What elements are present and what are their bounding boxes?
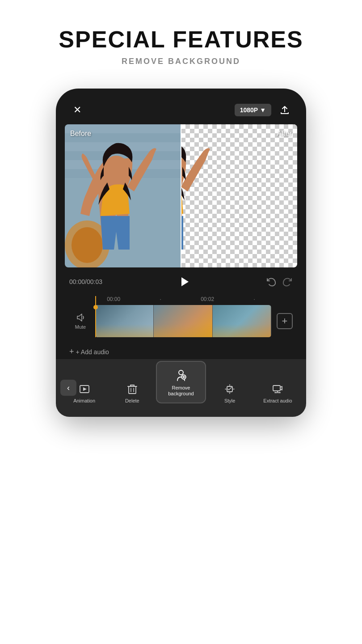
remove-bg-label: Removebackground <box>168 385 194 397</box>
close-button[interactable]: ✕ <box>69 102 85 118</box>
playback-controls: 00:00/00:03 <box>65 267 297 296</box>
playhead <box>95 296 96 337</box>
timeline-area: 00:00 · 00:02 · Mute + <box>65 296 297 342</box>
page-subtitle: REMOVE BACKGROUND <box>9 57 353 66</box>
svg-point-9 <box>104 156 129 182</box>
delete-icon <box>126 383 139 395</box>
toolbar-item-remove-bg[interactable]: Removebackground <box>156 361 206 403</box>
resolution-label: 1080P <box>240 106 258 114</box>
after-label: After <box>277 130 292 138</box>
svg-point-15 <box>183 376 185 378</box>
after-half <box>181 124 297 267</box>
add-clip-button[interactable]: + <box>277 313 293 329</box>
mute-button[interactable]: Mute <box>69 313 92 330</box>
after-scene <box>181 124 297 267</box>
add-audio-label: + Add audio <box>76 348 109 356</box>
play-icon <box>181 277 189 286</box>
ruler-dot-2: · <box>254 296 255 302</box>
back-icon: ‹ <box>67 383 70 393</box>
extract-audio-icon <box>271 383 284 395</box>
time-display: 00:00/00:03 <box>69 278 102 285</box>
redo-icon <box>282 276 293 287</box>
ruler-dot-1: · <box>160 296 161 302</box>
top-bar: ✕ 1080P ▼ <box>65 102 297 124</box>
mute-icon <box>76 313 85 322</box>
phone-frame: ✕ 1080P ▼ <box>56 89 306 416</box>
before-scene <box>65 124 181 267</box>
top-bar-right: 1080P ▼ <box>235 102 293 118</box>
bottom-toolbar: ‹ Animation Delete <box>56 359 306 416</box>
strip-thumb-3 <box>213 305 271 337</box>
remove-bg-icon <box>174 368 188 382</box>
style-label: Style <box>224 398 235 404</box>
strip-thumb-1 <box>95 305 154 337</box>
toolbar-item-delete[interactable]: Delete <box>108 379 156 407</box>
style-icon <box>223 383 236 395</box>
page-title: SPECIAL FEATURES <box>9 27 353 52</box>
ruler-marker-2: 00:02 <box>201 296 214 302</box>
page-header: SPECIAL FEATURES REMOVE BACKGROUND <box>0 0 362 80</box>
svg-point-8 <box>72 227 103 263</box>
mute-label: Mute <box>75 324 86 330</box>
add-audio-icon: + <box>69 347 74 356</box>
add-audio-row[interactable]: + + Add audio <box>65 342 297 359</box>
play-button[interactable] <box>175 273 193 291</box>
undo-button[interactable] <box>266 276 277 287</box>
animation-label: Animation <box>73 398 95 404</box>
ruler-marker-1: 00:00 <box>107 296 120 302</box>
svg-point-13 <box>179 370 183 375</box>
upload-button[interactable] <box>277 102 293 118</box>
animation-icon <box>78 383 91 395</box>
redo-button[interactable] <box>282 276 293 287</box>
resolution-button[interactable]: 1080P ▼ <box>235 104 271 116</box>
before-label: Before <box>70 130 91 138</box>
timeline-track: Mute + <box>69 305 293 337</box>
undo-icon <box>266 276 277 287</box>
extract-audio-label: Extract audio <box>263 398 292 404</box>
delete-label: Delete <box>125 398 139 404</box>
close-icon: ✕ <box>73 104 81 116</box>
back-button[interactable]: ‹ <box>60 380 76 396</box>
undo-redo-controls <box>266 276 293 287</box>
video-preview: Before After <box>65 124 297 267</box>
dropdown-arrow: ▼ <box>260 106 266 114</box>
toolbar-item-extract-audio[interactable]: Extract audio <box>254 379 302 407</box>
strip-thumb-2 <box>154 305 212 337</box>
svg-rect-12 <box>129 386 136 394</box>
upload-icon <box>280 105 290 115</box>
svg-rect-17 <box>273 386 280 391</box>
before-half <box>65 124 181 267</box>
video-strip[interactable] <box>95 305 271 337</box>
preview-divider <box>181 124 181 267</box>
toolbar-items: Animation Delete <box>56 365 306 407</box>
timeline-ruler: 00:00 · 00:02 · <box>69 296 293 305</box>
toolbar-item-style[interactable]: Style <box>206 379 254 407</box>
